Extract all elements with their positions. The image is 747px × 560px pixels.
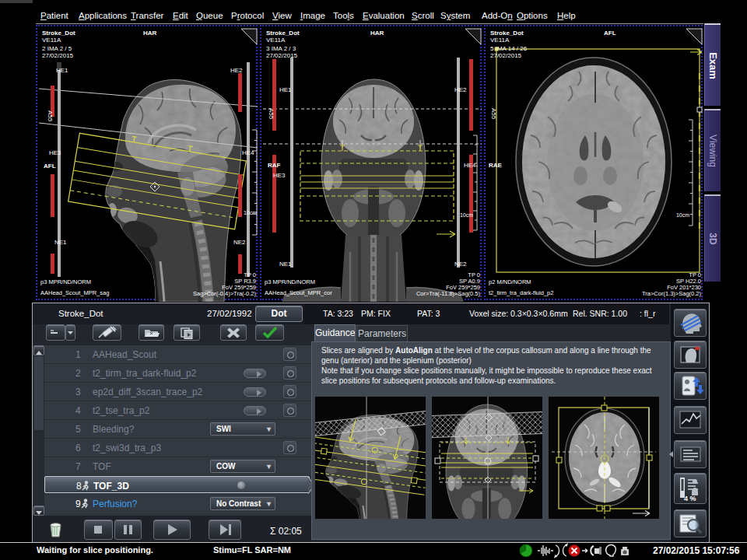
svg-text:HE3: HE3 — [273, 172, 286, 179]
svg-text:AAHead_Scout_MPR_sag: AAHead_Scout_MPR_sag — [40, 289, 109, 296]
svg-text:Stroke_Dot: Stroke_Dot — [266, 30, 300, 37]
svg-text:10cm: 10cm — [676, 212, 689, 218]
svg-text:5 IMA 14 / 26: 5 IMA 14 / 26 — [490, 45, 528, 52]
svg-text:p3 MPR/ND/NORM: p3 MPR/ND/NORM — [265, 278, 315, 285]
svg-text:10cm: 10cm — [460, 212, 473, 218]
svg-text:AFL: AFL — [604, 30, 616, 37]
svg-text:HE4-: HE4- — [464, 162, 479, 169]
svg-text:HE2: HE2 — [454, 86, 467, 93]
svg-text:RAF: RAF — [268, 162, 281, 169]
svg-text:Sag>Cor(-0.4)>Tra(-0.2): Sag>Cor(-0.4)>Tra(-0.2) — [193, 290, 257, 297]
svg-text:2 IMA 2 / 5: 2 IMA 2 / 5 — [42, 45, 72, 52]
svg-text:VE11A: VE11A — [42, 37, 61, 44]
svg-text:HE1: HE1 — [279, 86, 292, 93]
svg-text:3 IMA 2 / 3: 3 IMA 2 / 3 — [266, 45, 296, 52]
svg-text:NE2: NE2 — [454, 261, 467, 268]
svg-text:A55: A55 — [47, 110, 54, 122]
svg-text:p3 MPR/ND/NORM: p3 MPR/ND/NORM — [40, 278, 91, 285]
svg-text:HE1: HE1 — [56, 67, 68, 74]
svg-text:Cor>Tra(-11.8)>Sag(0.5): Cor>Tra(-11.8)>Sag(0.5) — [416, 290, 481, 297]
svg-text:HE3: HE3 — [49, 149, 61, 156]
svg-text:Tra>Cor(1.3)>Sag(0.2): Tra>Cor(1.3)>Sag(0.2) — [642, 290, 702, 297]
svg-text:HAR: HAR — [370, 30, 384, 37]
svg-text:RAE: RAE — [489, 162, 503, 169]
svg-text:Stroke_Dot: Stroke_Dot — [42, 30, 75, 37]
svg-text:27/02/2015: 27/02/2015 — [490, 52, 522, 59]
svg-text:p2 M/ND/NORM: p2 M/ND/NORM — [489, 278, 531, 285]
svg-text:27/02/2015: 27/02/2015 — [42, 52, 74, 59]
svg-text:HE4: HE4 — [242, 149, 254, 156]
svg-text:27/02/2015: 27/02/2015 — [266, 52, 298, 59]
svg-text:10cm: 10cm — [244, 210, 257, 215]
svg-text:t2_tirm_tra_dark-fluid_p2: t2_tirm_tra_dark-fluid_p2 — [489, 289, 553, 296]
svg-text:A55: A55 — [490, 108, 497, 120]
svg-text:4 %: 4 % — [684, 495, 696, 502]
svg-text:AFL: AFL — [44, 163, 56, 170]
svg-text:HAR: HAR — [143, 30, 157, 37]
svg-text:NE1: NE1 — [279, 261, 292, 268]
svg-text:HE2: HE2 — [230, 67, 243, 74]
svg-text:NE1: NE1 — [54, 239, 67, 246]
svg-text:VE11A: VE11A — [490, 37, 510, 44]
svg-text:AAHead_Scout_MPR_cor: AAHead_Scout_MPR_cor — [265, 289, 332, 296]
svg-text:A55: A55 — [268, 108, 275, 120]
svg-text:VE11A: VE11A — [266, 37, 286, 44]
svg-text:Stroke_Dot: Stroke_Dot — [490, 30, 524, 37]
svg-text:NE2: NE2 — [233, 239, 246, 246]
